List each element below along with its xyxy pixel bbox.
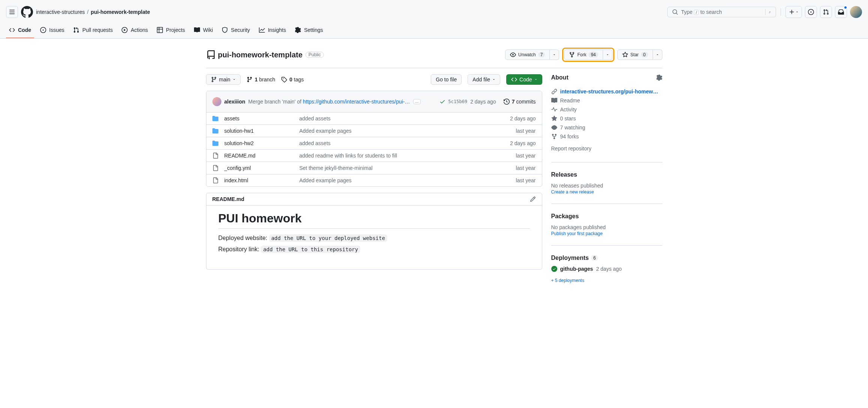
history-icon [504,99,510,105]
fork-icon [551,134,557,140]
create-new-button[interactable] [785,6,802,18]
check-circle-icon [551,266,557,272]
eye-icon [510,52,516,58]
file-name[interactable]: README.md [224,153,299,159]
file-name[interactable]: assets [224,116,299,122]
file-name[interactable]: solution-hw2 [224,140,299,146]
tab-projects[interactable]: Projects [154,24,188,38]
commit-author[interactable]: alexiiion [224,99,245,105]
breadcrumb-slash: / [87,9,89,15]
tab-pull-requests[interactable]: Pull requests [70,24,116,38]
file-time: last year [516,128,536,134]
about-forks[interactable]: 94 forks [551,132,662,141]
plus-icon [789,9,795,15]
pull-request-icon [823,9,829,15]
tab-insights[interactable]: Insights [256,24,289,38]
watch-button-group: Unwatch 7 [505,50,559,60]
deployment-row[interactable]: github-pages 2 days ago [551,266,662,272]
code-button[interactable]: Code [506,74,542,85]
command-palette-icon[interactable] [765,9,771,15]
chevron-down-icon [796,10,799,14]
fork-button[interactable]: Fork 94 [564,50,603,60]
gear-icon[interactable] [656,75,662,81]
about-url[interactable]: interactive-structures.org/pui-homew… [551,87,662,96]
about-title: About [551,74,569,81]
file-commit-message[interactable]: Set theme jekyll-theme-minimal [299,165,516,171]
commits-link[interactable]: 7 commits [504,99,536,105]
commit-expand-button[interactable]: … [413,99,421,104]
unwatch-caret[interactable] [550,50,559,60]
more-deployments-link[interactable]: + 5 deployments [551,278,662,283]
star-button[interactable]: Star 0 [617,50,653,60]
file-icon [212,165,218,171]
about-readme[interactable]: Readme [551,96,662,105]
breadcrumb: interactive-structures / pui-homework-te… [36,9,150,15]
about-watching[interactable]: 7 watching [551,123,662,132]
github-logo[interactable] [21,6,33,18]
branches-link[interactable]: 1 branch [247,76,275,82]
releases-none: No releases published [551,183,662,189]
file-commit-message[interactable]: added assets [299,116,510,122]
file-name[interactable]: index.html [224,177,299,183]
file-name[interactable]: _config.yml [224,165,299,171]
tab-issues[interactable]: Issues [37,24,67,38]
tab-settings[interactable]: Settings [292,24,326,38]
goto-file-button[interactable]: Go to file [431,74,462,85]
commit-time: 2 days ago [470,99,496,105]
create-release-link[interactable]: Create a new release [551,189,594,195]
packages-title[interactable]: Packages [551,213,662,220]
star-caret[interactable] [653,50,662,60]
tab-security[interactable]: Security [219,24,253,38]
file-commit-message[interactable]: added readme with links for students to … [299,153,516,159]
branch-select[interactable]: main [206,74,241,85]
tab-code[interactable]: Code [6,24,34,38]
tab-actions[interactable]: Actions [119,24,151,38]
file-row: assetsadded assets2 days ago [206,112,542,125]
add-file-button[interactable]: Add file [468,74,500,85]
file-time: last year [516,177,536,183]
releases-title[interactable]: Releases [551,171,662,178]
fork-caret[interactable] [603,50,612,60]
file-time: 2 days ago [510,140,536,146]
latest-commit: alexiiion Merge branch 'main' of https:/… [206,91,542,112]
commit-message[interactable]: Merge branch 'main' of https://github.co… [248,99,410,105]
gear-icon [295,27,301,33]
pencil-icon[interactable] [530,196,536,202]
about-stars[interactable]: 0 stars [551,114,662,123]
pull-requests-button[interactable] [820,6,832,18]
file-name[interactable]: solution-hw1 [224,128,299,134]
repo-title: pui-homework-template [218,51,303,59]
search-placeholder: Type / to search [681,9,722,15]
breadcrumb-owner[interactable]: interactive-structures [36,9,85,15]
breadcrumb-repo[interactable]: pui-homework-template [91,9,150,15]
tab-wiki[interactable]: Wiki [191,24,216,38]
search-input[interactable]: Type / to search [667,7,776,17]
file-browser: alexiiion Merge branch 'main' of https:/… [206,91,542,187]
report-repository[interactable]: Report repository [551,144,662,153]
file-row: README.mdadded readme with links for stu… [206,150,542,162]
packages-none: No packages published [551,224,662,230]
file-time: last year [516,165,536,171]
file-commit-message[interactable]: Added example pages [299,177,516,183]
file-commit-message[interactable]: Added example pages [299,128,516,134]
unwatch-button[interactable]: Unwatch 7 [505,50,550,60]
readme-filename[interactable]: README.md [212,196,245,202]
issues-button[interactable] [805,6,817,18]
notifications-button[interactable] [835,6,847,18]
about-activity[interactable]: Activity [551,105,662,114]
star-icon [551,116,557,122]
file-commit-message[interactable]: added assets [299,140,510,146]
file-icon [212,177,218,183]
hamburger-menu[interactable] [6,6,18,18]
publish-package-link[interactable]: Publish your first package [551,231,603,236]
repo-tabs: Code Issues Pull requests Actions Projec… [0,24,868,38]
folder-icon [212,140,218,146]
commit-hash[interactable]: 5c15b69 [448,99,468,104]
tags-link[interactable]: 0 tags [281,76,304,82]
chevron-down-icon [534,78,537,81]
commit-author-avatar[interactable] [212,97,221,106]
user-avatar[interactable] [850,6,862,18]
check-icon[interactable] [439,99,445,105]
deployments-title[interactable]: Deployments6 [551,255,662,261]
readme-repo-line: Repository link: add the URL to this rep… [218,246,530,253]
